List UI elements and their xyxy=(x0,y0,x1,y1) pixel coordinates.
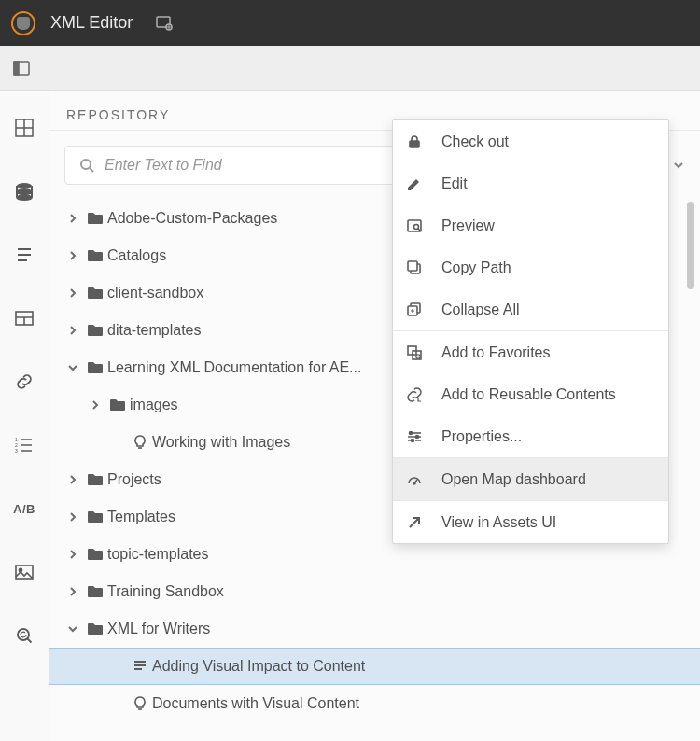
folder-icon xyxy=(83,585,107,598)
left-icon-rail: 123 A/B xyxy=(0,91,49,741)
scrollbar-thumb[interactable] xyxy=(687,202,694,289)
menu-item[interactable]: Edit xyxy=(393,162,668,204)
svg-rect-16 xyxy=(410,141,419,147)
svg-point-6 xyxy=(17,189,32,194)
tree-label: Adobe-Custom-Packages xyxy=(107,210,277,227)
folder-icon xyxy=(83,473,107,486)
menu-item[interactable]: Open Map dashboard xyxy=(393,458,668,500)
folder-icon xyxy=(83,548,107,561)
svg-point-26 xyxy=(410,431,413,434)
tree-label: Templates xyxy=(107,509,175,525)
svg-point-15 xyxy=(81,160,91,169)
menu-item[interactable]: Check out xyxy=(393,120,668,162)
chevron-down-icon[interactable] xyxy=(672,159,685,172)
preview-icon xyxy=(406,217,441,234)
menu-label: Add to Reusable Contents xyxy=(441,386,616,403)
rail-layout-icon[interactable] xyxy=(0,287,49,350)
tree-label: Catalogs xyxy=(107,247,166,264)
rail-list-icon[interactable]: 123 xyxy=(0,413,49,477)
menu-item[interactable]: Collapse All xyxy=(393,288,668,330)
map-icon xyxy=(128,658,152,675)
tree-toggle-icon[interactable] xyxy=(63,288,83,298)
tree-label: Training Sandbox xyxy=(107,583,224,600)
folder-icon xyxy=(83,361,107,374)
tree-toggle-icon[interactable] xyxy=(63,326,83,335)
settings-icon xyxy=(406,428,441,445)
panel-settings-icon[interactable] xyxy=(155,14,174,33)
tree-label: client-sandbox xyxy=(107,285,203,301)
tree-label: dita-templates xyxy=(107,322,202,339)
menu-label: Preview xyxy=(441,217,495,234)
menu-label: Copy Path xyxy=(441,259,511,276)
tree-toggle-icon[interactable] xyxy=(63,214,83,223)
pencil-icon xyxy=(406,175,441,192)
rail-grid-icon[interactable] xyxy=(0,96,49,160)
tree-toggle-icon[interactable] xyxy=(85,400,105,410)
menu-label: Collapse All xyxy=(441,301,520,318)
svg-point-18 xyxy=(414,224,419,229)
folder-icon xyxy=(83,287,107,300)
menu-label: Edit xyxy=(441,175,468,192)
tree-toggle-icon[interactable] xyxy=(63,587,83,596)
subheader xyxy=(0,46,700,91)
tree-toggle-icon[interactable] xyxy=(63,363,83,372)
svg-point-5 xyxy=(17,183,32,189)
menu-label: Check out xyxy=(441,133,509,150)
tree-row[interactable]: XML for Writers xyxy=(49,610,700,648)
svg-rect-3 xyxy=(14,62,19,75)
rail-database-icon[interactable] xyxy=(0,160,49,223)
menu-label: Properties... xyxy=(441,428,522,445)
context-menu: Check outEditPreviewCopy PathCollapse Al… xyxy=(392,119,669,544)
tree-label: Learning XML Documentation for AE... xyxy=(107,359,361,376)
folder-icon xyxy=(83,510,107,524)
menu-item[interactable]: Copy Path xyxy=(393,246,668,288)
tree-row[interactable]: Documents with Visual Content xyxy=(49,685,700,722)
menu-item[interactable]: Add to Favorites xyxy=(393,331,668,373)
tree-toggle-icon[interactable] xyxy=(63,512,83,522)
tree-label: Projects xyxy=(107,471,161,488)
tree-label: images xyxy=(130,397,178,413)
tree-toggle-icon[interactable] xyxy=(63,475,83,484)
tree-toggle-icon[interactable] xyxy=(63,550,83,559)
arrow-icon xyxy=(406,514,441,531)
folder-icon xyxy=(83,249,107,262)
reuse-icon xyxy=(406,386,441,403)
tree-row[interactable]: Training Sandbox xyxy=(49,573,700,610)
folder-icon xyxy=(83,324,107,337)
copy-icon xyxy=(406,259,441,276)
app-title: XML Editor xyxy=(50,13,133,33)
search-icon xyxy=(78,157,95,174)
rail-refresh-search-icon[interactable] xyxy=(0,604,49,667)
tree-label: Documents with Visual Content xyxy=(152,695,359,712)
menu-item[interactable]: Add to Reusable Contents xyxy=(393,373,668,415)
menu-item[interactable]: Preview xyxy=(393,204,668,246)
svg-point-14 xyxy=(18,629,29,640)
menu-label: Add to Favorites xyxy=(441,344,551,361)
rail-ab-icon[interactable]: A/B xyxy=(0,477,49,540)
tree-label: Adding Visual Impact to Content xyxy=(152,658,365,675)
menu-item[interactable]: Properties... xyxy=(393,415,668,457)
svg-point-7 xyxy=(17,194,32,200)
folder-icon xyxy=(83,622,107,636)
tree-row[interactable]: Adding Visual Impact to Content xyxy=(49,648,700,685)
folder-icon xyxy=(105,398,130,412)
tree-toggle-icon[interactable] xyxy=(63,624,83,634)
app-header: XML Editor xyxy=(0,0,700,46)
bulb-icon xyxy=(128,434,152,451)
bulb-icon xyxy=(128,695,152,712)
rail-link-icon[interactable] xyxy=(0,350,49,413)
tree-label: Working with Images xyxy=(152,434,290,451)
svg-rect-20 xyxy=(408,261,417,271)
tree-label: topic-templates xyxy=(107,546,209,563)
favorite-icon xyxy=(406,344,441,361)
lock-icon xyxy=(406,133,441,150)
tree-toggle-icon[interactable] xyxy=(63,251,83,260)
menu-item[interactable]: View in Assets UI xyxy=(393,501,668,543)
app-logo-icon xyxy=(11,11,35,35)
rail-text-icon[interactable] xyxy=(0,223,49,287)
menu-label: View in Assets UI xyxy=(441,514,556,531)
gauge-icon xyxy=(406,471,441,488)
panel-toggle-icon[interactable] xyxy=(11,58,32,78)
rail-image-icon[interactable] xyxy=(0,540,49,604)
tree-label: XML for Writers xyxy=(107,621,210,637)
